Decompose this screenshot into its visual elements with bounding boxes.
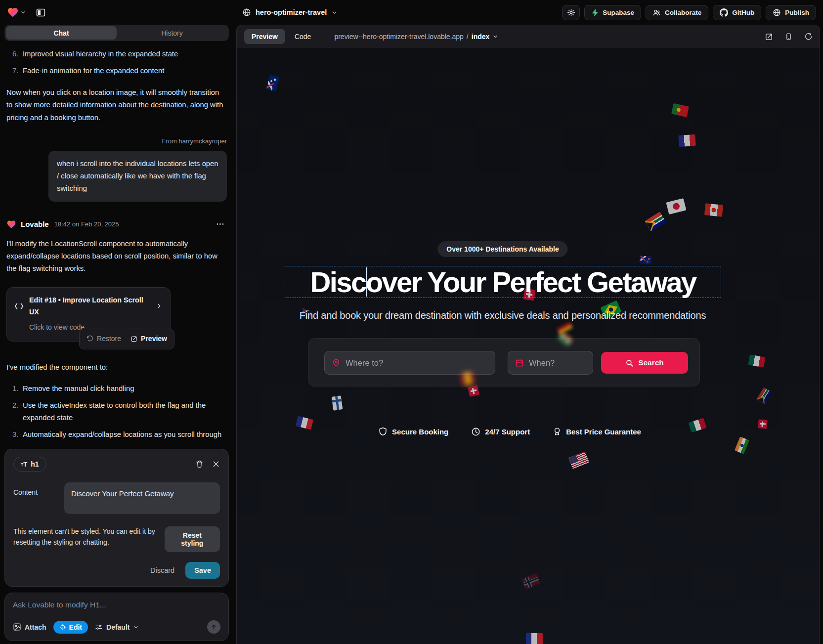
preview-version-button[interactable]: Preview bbox=[130, 333, 167, 345]
lovable-heart-icon bbox=[6, 219, 16, 229]
supabase-button[interactable]: Supabase bbox=[584, 5, 641, 20]
supabase-label: Supabase bbox=[603, 9, 634, 16]
settings-button[interactable] bbox=[562, 5, 580, 20]
chat-message-list[interactable]: 6.Improved visual hierarchy in the expan… bbox=[4, 41, 229, 444]
flag-ca-icon bbox=[704, 203, 723, 217]
flag-fr-icon bbox=[526, 633, 543, 644]
publish-globe-icon bbox=[773, 8, 781, 17]
preview-viewport[interactable]: Over 1000+ Destinations Available Discov… bbox=[237, 48, 820, 644]
where-to-input[interactable] bbox=[346, 358, 488, 368]
collaborate-button[interactable]: Collaborate bbox=[646, 5, 708, 20]
when-field[interactable] bbox=[508, 351, 593, 375]
map-pin-icon bbox=[332, 358, 341, 367]
open-in-new-tab-icon[interactable] bbox=[765, 33, 773, 41]
flag-ch-icon bbox=[468, 385, 479, 397]
publish-button[interactable]: Publish bbox=[766, 5, 816, 20]
code-icon bbox=[14, 302, 24, 310]
panel-tabs: Chat History bbox=[4, 25, 229, 41]
assistant-numbered-list-top: 6.Improved visual hierarchy in the expan… bbox=[6, 48, 227, 77]
search-label: Search bbox=[638, 358, 664, 367]
lovable-logo-menu[interactable] bbox=[7, 6, 26, 18]
edit-mode-button[interactable]: Edit bbox=[53, 621, 88, 634]
top-bar: hero-optimizer-travel Supabase Collabora… bbox=[0, 0, 823, 25]
chevron-right-icon bbox=[156, 302, 163, 309]
edit-version-card[interactable]: Edit #18 • Improve Location Scroll UX Cl… bbox=[6, 287, 171, 341]
flag-fr-icon bbox=[296, 416, 313, 429]
flag-au-icon bbox=[266, 75, 279, 91]
reset-styling-button[interactable]: Reset styling bbox=[165, 526, 220, 552]
element-tag-label: h1 bbox=[31, 460, 39, 468]
list-item: 6.Improved visual hierarchy in the expan… bbox=[6, 48, 227, 60]
tab-code[interactable]: Code bbox=[287, 29, 318, 44]
content-input[interactable]: Discover Your Perfect Getaway bbox=[64, 482, 220, 514]
send-button[interactable] bbox=[207, 620, 220, 634]
version-actions: Restore Preview bbox=[79, 329, 174, 349]
list-item: 2.Use the activeIndex state to control b… bbox=[6, 399, 227, 424]
discard-button[interactable]: Discard bbox=[150, 566, 174, 574]
feature-support: 24/7 Support bbox=[471, 427, 530, 436]
message-more-options-icon[interactable] bbox=[214, 222, 227, 226]
mobile-view-icon[interactable] bbox=[785, 32, 792, 41]
flag-jp-icon bbox=[666, 198, 687, 215]
publish-label: Publish bbox=[785, 9, 809, 16]
project-name: hero-optimizer-travel bbox=[256, 8, 327, 16]
where-to-field[interactable] bbox=[324, 351, 495, 375]
chat-composer: Attach Edit Default bbox=[4, 593, 229, 641]
text-caret bbox=[366, 267, 367, 297]
preview-toolbar: Preview Code preview--hero-optimizer-tra… bbox=[237, 25, 820, 48]
refresh-icon[interactable] bbox=[804, 33, 812, 41]
shield-icon bbox=[378, 427, 388, 436]
github-button[interactable]: GitHub bbox=[713, 5, 761, 20]
destinations-badge: Over 1000+ Destinations Available bbox=[437, 241, 567, 257]
tab-history[interactable]: History bbox=[117, 26, 227, 40]
styling-note: This element can't be styled. You can ed… bbox=[13, 526, 165, 548]
flag-in-icon bbox=[735, 436, 749, 454]
chevron-down-icon bbox=[20, 9, 26, 15]
delete-element-icon[interactable] bbox=[195, 460, 204, 469]
element-tag-pill[interactable]: h1 bbox=[13, 457, 46, 472]
url-separator: / bbox=[467, 33, 469, 41]
flag-mx-icon bbox=[748, 354, 765, 367]
attach-label: Attach bbox=[25, 623, 46, 631]
chat-panel: Chat History 6.Improved visual hierarchy… bbox=[0, 25, 233, 644]
preview-url[interactable]: preview--hero-optimizer-travel.lovable.a… bbox=[334, 33, 498, 41]
list-item: 7.Fade-in animation for the expanded con… bbox=[6, 65, 227, 77]
hero-title[interactable]: Discover Your Perfect Getaway bbox=[310, 265, 696, 299]
github-icon bbox=[720, 8, 728, 17]
attach-button[interactable]: Attach bbox=[13, 623, 46, 631]
feature-secure-booking: Secure Booking bbox=[378, 427, 448, 436]
restore-button[interactable]: Restore bbox=[87, 333, 121, 345]
model-default-label: Default bbox=[106, 623, 130, 631]
feature-price-guarantee: Best Price Guarantee bbox=[553, 427, 641, 436]
gear-icon bbox=[567, 8, 575, 17]
search-button[interactable]: Search bbox=[601, 352, 688, 374]
calendar-icon bbox=[515, 358, 524, 367]
chat-input[interactable] bbox=[13, 601, 220, 620]
tab-chat[interactable]: Chat bbox=[6, 26, 117, 40]
flag-za-icon bbox=[757, 387, 772, 404]
flag-pt-icon bbox=[671, 103, 689, 117]
preview-panel: Preview Code preview--hero-optimizer-tra… bbox=[236, 25, 820, 644]
toggle-sidebar-button[interactable] bbox=[31, 4, 50, 20]
award-icon bbox=[553, 427, 562, 436]
flag-us-icon bbox=[568, 451, 589, 469]
message-from-label: From harrymckayroper bbox=[6, 136, 227, 147]
tab-preview[interactable]: Preview bbox=[244, 29, 285, 44]
save-button[interactable]: Save bbox=[185, 562, 220, 579]
list-item: 3.Automatically expand/collapse location… bbox=[6, 429, 227, 444]
when-input[interactable] bbox=[529, 358, 586, 368]
project-switcher[interactable]: hero-optimizer-travel bbox=[242, 0, 338, 25]
github-label: GitHub bbox=[732, 9, 754, 16]
supabase-bolt-icon bbox=[591, 9, 599, 16]
search-bar: Search bbox=[308, 338, 700, 386]
flag-fr-icon bbox=[678, 134, 696, 147]
users-icon bbox=[652, 8, 661, 17]
list-item: 1.Remove the manual click handling bbox=[6, 383, 227, 395]
hero-title-selection[interactable]: Discover Your Perfect Getaway bbox=[285, 266, 721, 298]
user-message-bubble: when i scroll into the individual locati… bbox=[48, 151, 227, 202]
assistant-message-header: Lovable 18:42 on Feb 20, 2025 bbox=[6, 218, 227, 231]
flag-fi-icon bbox=[332, 395, 343, 410]
close-editor-icon[interactable] bbox=[212, 460, 220, 468]
collaborate-label: Collaborate bbox=[665, 9, 701, 16]
model-default-button[interactable]: Default bbox=[95, 623, 139, 631]
